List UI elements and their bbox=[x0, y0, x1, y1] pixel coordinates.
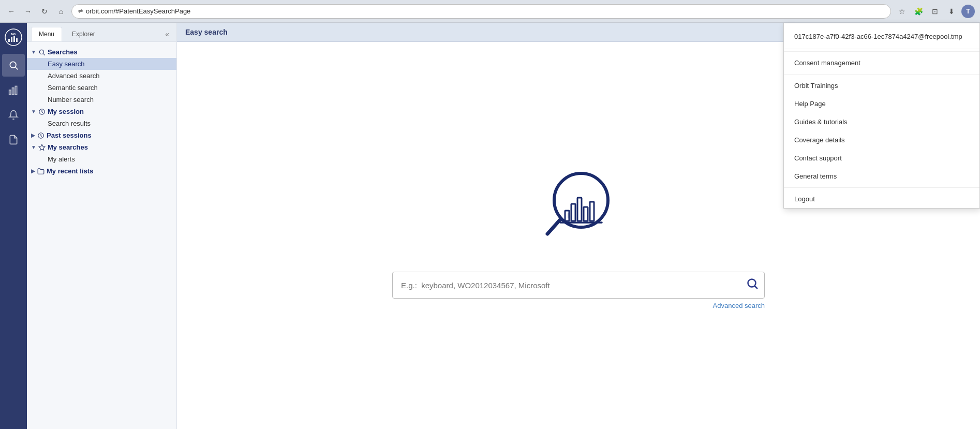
svg-rect-9 bbox=[12, 88, 14, 95]
home-button[interactable]: ⌂ bbox=[55, 5, 67, 18]
sidebar: Menu Explorer « ▼ Searches Easy search A… bbox=[27, 23, 177, 429]
dropdown-item-general-terms[interactable]: General terms bbox=[784, 167, 979, 185]
tab-explorer[interactable]: Explorer bbox=[64, 27, 103, 41]
my-session-clock-icon bbox=[38, 108, 46, 115]
sidebar-item-semantic-search[interactable]: Semantic search bbox=[27, 82, 176, 94]
dropdown-item-contact-support[interactable]: Contact support bbox=[784, 149, 979, 167]
sidebar-item-easy-search[interactable]: Easy search bbox=[27, 58, 176, 70]
recent-lists-triangle-icon: ▶ bbox=[31, 168, 35, 174]
bookmark-button[interactable]: ☆ bbox=[895, 5, 909, 18]
collapse-sidebar-button[interactable]: « bbox=[162, 28, 172, 40]
svg-line-12 bbox=[43, 53, 45, 55]
browser-actions: ☆ 🧩 ⊡ ⬇ T bbox=[895, 5, 975, 18]
svg-rect-19 bbox=[571, 204, 575, 221]
my-session-label: My session bbox=[48, 108, 84, 115]
svg-point-24 bbox=[748, 279, 756, 287]
sidebar-item-my-alerts[interactable]: My alerts bbox=[27, 153, 176, 165]
dropdown-item-help-page[interactable]: Help Page bbox=[784, 95, 979, 113]
my-recent-lists-label: My recent lists bbox=[47, 167, 93, 175]
search-results-label: Search results bbox=[48, 120, 91, 127]
my-searches-label: My searches bbox=[48, 143, 88, 151]
advanced-search-label: Advanced search bbox=[48, 72, 99, 80]
my-searches-star-icon bbox=[38, 144, 46, 151]
sidebar-item-advanced-search[interactable]: Advanced search bbox=[27, 70, 176, 82]
my-alerts-label: My alerts bbox=[48, 155, 75, 163]
svg-rect-22 bbox=[590, 202, 594, 221]
extensions-button[interactable]: 🧩 bbox=[912, 5, 925, 18]
sidebar-section-my-searches[interactable]: ▼ My searches bbox=[27, 141, 176, 153]
search-box-container bbox=[392, 272, 765, 299]
nav-analytics[interactable] bbox=[2, 79, 25, 101]
dropdown-item-logout[interactable]: Logout bbox=[784, 190, 979, 208]
svg-rect-21 bbox=[584, 207, 588, 221]
svg-rect-8 bbox=[9, 90, 11, 94]
svg-rect-20 bbox=[577, 198, 582, 221]
sidebar-item-my-recent-lists[interactable]: ▶ My recent lists bbox=[27, 165, 176, 177]
my-session-triangle-icon: ▼ bbox=[31, 109, 36, 114]
svg-line-16 bbox=[547, 219, 560, 234]
my-searches-triangle-icon: ▼ bbox=[31, 144, 36, 150]
svg-rect-10 bbox=[15, 86, 17, 95]
semantic-search-label: Semantic search bbox=[48, 84, 98, 92]
nav-search[interactable] bbox=[2, 54, 25, 77]
lock-icon: ⇌ bbox=[78, 8, 83, 14]
forward-button[interactable]: → bbox=[22, 5, 34, 18]
advanced-search-link[interactable]: Advanced search bbox=[392, 302, 765, 309]
address-bar[interactable]: ⇌ orbit.com/#PatentEasySearchPage bbox=[71, 4, 891, 19]
dropdown-item-guides-tutorials[interactable]: Guides & tutorials bbox=[784, 113, 979, 131]
svg-line-25 bbox=[755, 286, 758, 289]
url-text: orbit.com/#PatentEasySearchPage bbox=[86, 7, 190, 15]
sidebar-section-my-session[interactable]: ▼ My session bbox=[27, 106, 176, 117]
past-sessions-clock-icon bbox=[37, 132, 44, 139]
searches-triangle-icon: ▼ bbox=[31, 49, 36, 55]
dropdown-divider-1 bbox=[784, 51, 979, 52]
user-email: 017c187e-a7f0-42f3-ac66-1ec7874a4247@fre… bbox=[784, 23, 979, 49]
searches-search-icon bbox=[38, 49, 46, 56]
dropdown-item-orbit-trainings[interactable]: Orbit Trainings bbox=[784, 77, 979, 95]
svg-point-11 bbox=[39, 50, 43, 54]
sidebar-item-past-sessions[interactable]: ▶ Past sessions bbox=[27, 129, 176, 141]
dropdown-divider-3 bbox=[784, 187, 979, 188]
sidebar-section-searches[interactable]: ▼ Searches bbox=[27, 46, 176, 58]
past-sessions-triangle-icon: ▶ bbox=[31, 132, 35, 138]
sidebar-item-number-search[interactable]: Number search bbox=[27, 94, 176, 106]
browser-chrome: ← → ↻ ⌂ ⇌ orbit.com/#PatentEasySearchPag… bbox=[0, 0, 980, 23]
dropdown-item-coverage-details[interactable]: Coverage details bbox=[784, 131, 979, 149]
dropdown-item-consent-management[interactable]: Consent management bbox=[784, 54, 979, 72]
user-dropdown-menu: 017c187e-a7f0-42f3-ac66-1ec7874a4247@fre… bbox=[783, 23, 980, 209]
search-submit-button[interactable] bbox=[746, 277, 759, 293]
cast-button[interactable]: ⊡ bbox=[928, 5, 942, 18]
icon-bar: NG bbox=[0, 23, 27, 429]
recent-lists-folder-icon bbox=[37, 168, 44, 175]
svg-rect-4 bbox=[13, 36, 15, 42]
reload-button[interactable]: ↻ bbox=[38, 5, 51, 18]
search-illustration bbox=[537, 161, 620, 251]
sidebar-item-search-results[interactable]: Search results bbox=[27, 117, 176, 129]
search-input[interactable] bbox=[392, 272, 765, 299]
nav-documents[interactable] bbox=[2, 128, 25, 151]
app-logo: NG bbox=[3, 27, 24, 48]
nav-alerts[interactable] bbox=[2, 103, 25, 126]
searches-label: Searches bbox=[48, 48, 78, 56]
profile-button[interactable]: T bbox=[961, 5, 975, 18]
download-button[interactable]: ⬇ bbox=[945, 5, 958, 18]
past-sessions-label: Past sessions bbox=[47, 131, 92, 139]
easy-search-label: Easy search bbox=[48, 60, 85, 68]
sidebar-content: ▼ Searches Easy search Advanced search S… bbox=[27, 42, 176, 429]
sidebar-tabs: Menu Explorer « bbox=[27, 23, 176, 42]
number-search-label: Number search bbox=[48, 96, 94, 103]
dropdown-divider-2 bbox=[784, 74, 979, 75]
app-container: NG bbox=[0, 23, 980, 429]
svg-rect-18 bbox=[565, 211, 569, 221]
back-button[interactable]: ← bbox=[5, 5, 18, 18]
svg-rect-5 bbox=[16, 38, 18, 42]
svg-text:NG: NG bbox=[11, 33, 16, 36]
svg-rect-3 bbox=[11, 37, 12, 42]
svg-line-7 bbox=[16, 67, 18, 70]
tab-menu[interactable]: Menu bbox=[31, 27, 62, 41]
svg-rect-2 bbox=[8, 39, 10, 42]
svg-point-6 bbox=[10, 62, 16, 68]
